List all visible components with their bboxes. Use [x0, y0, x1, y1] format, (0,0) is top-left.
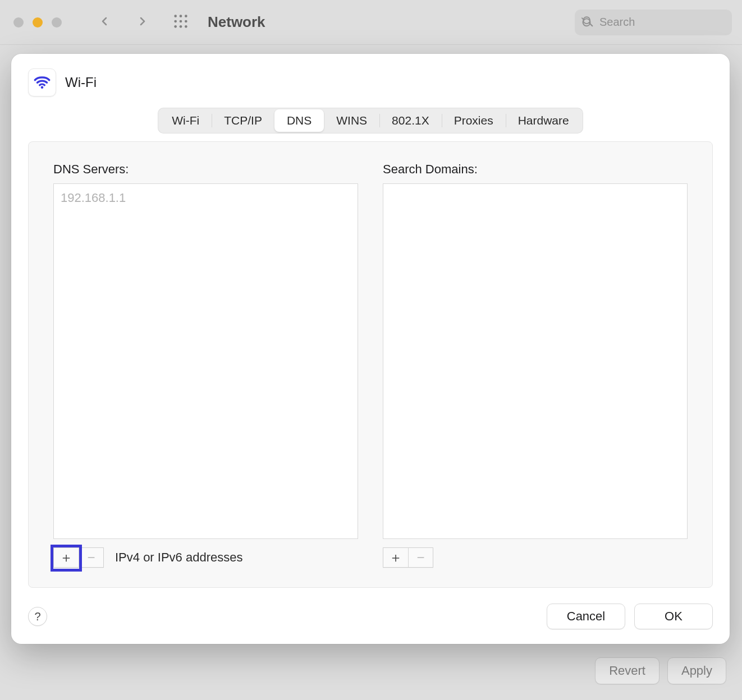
svg-point-0 — [174, 15, 177, 17]
svg-point-11 — [41, 86, 44, 89]
dns-servers-label: DNS Servers: — [53, 162, 358, 177]
minus-icon: − — [416, 550, 424, 565]
help-button[interactable]: ? — [28, 607, 47, 626]
tab-label: DNS — [287, 114, 312, 127]
toolbar: Network Search — [0, 0, 742, 45]
svg-point-6 — [174, 25, 177, 28]
tab-label: TCP/IP — [224, 114, 262, 127]
search-domains-list[interactable] — [383, 183, 688, 539]
search-icon — [581, 15, 599, 30]
svg-point-1 — [180, 15, 182, 17]
add-dns-server-button[interactable]: ＋ — [54, 548, 79, 567]
tab-dns[interactable]: DNS — [274, 109, 324, 132]
search-placeholder: Search — [599, 16, 635, 29]
background-footer: Revert Apply — [595, 657, 726, 684]
wifi-icon — [28, 68, 56, 96]
sheet-footer: ? Cancel OK — [11, 598, 730, 644]
tab-label: Proxies — [454, 114, 493, 127]
list-item[interactable]: 192.168.1.1 — [61, 190, 351, 206]
traffic-lights — [13, 17, 62, 27]
add-search-domain-button[interactable]: ＋ — [383, 548, 408, 567]
tab-label: WINS — [336, 114, 367, 127]
show-all-preferences-button[interactable] — [170, 11, 192, 34]
ok-button[interactable]: OK — [634, 604, 713, 629]
search-domains-label: Search Domains: — [383, 162, 688, 177]
tab-label: Wi-Fi — [172, 114, 199, 127]
dns-panel: DNS Servers: 192.168.1.1 ＋ − IPv4 or IPv… — [28, 141, 713, 588]
chevron-right-icon — [136, 13, 149, 32]
sheet-header: Wi-Fi — [11, 54, 730, 101]
remove-search-domain-button[interactable]: − — [408, 548, 433, 567]
tab-bar: Wi-Fi TCP/IP DNS WINS 802.1X Proxies Har… — [158, 108, 583, 133]
tab-label: Hardware — [518, 114, 569, 127]
apply-button[interactable]: Apply — [667, 657, 726, 684]
back-button[interactable] — [93, 11, 116, 34]
forward-button[interactable] — [131, 11, 154, 34]
cancel-button[interactable]: Cancel — [547, 604, 625, 629]
svg-point-8 — [185, 25, 187, 28]
window-minimize-button[interactable] — [33, 17, 43, 27]
search-domains-column: Search Domains: ＋ − — [383, 162, 688, 570]
tab-wifi[interactable]: Wi-Fi — [159, 109, 212, 132]
minus-icon: − — [87, 550, 95, 565]
window-zoom-button[interactable] — [52, 17, 62, 27]
tab-8021x[interactable]: 802.1X — [379, 109, 442, 132]
window-close-button[interactable] — [13, 17, 24, 27]
revert-button[interactable]: Revert — [595, 657, 659, 684]
panel-title: Wi-Fi — [65, 75, 97, 90]
chevron-left-icon — [98, 13, 111, 32]
grid-icon — [173, 13, 189, 31]
svg-point-2 — [185, 15, 187, 17]
tab-proxies[interactable]: Proxies — [442, 109, 506, 132]
dns-servers-column: DNS Servers: 192.168.1.1 ＋ − IPv4 or IPv… — [53, 162, 358, 570]
remove-dns-server-button[interactable]: − — [79, 548, 103, 567]
window-title: Network — [208, 13, 265, 31]
tab-label: 802.1X — [392, 114, 429, 127]
svg-point-5 — [185, 20, 187, 22]
svg-point-4 — [180, 20, 182, 22]
dns-servers-plusminus: ＋ − — [53, 547, 104, 568]
plus-icon: ＋ — [59, 549, 73, 567]
tab-tcpip[interactable]: TCP/IP — [212, 109, 274, 132]
svg-point-7 — [180, 25, 182, 28]
dns-servers-hint: IPv4 or IPv6 addresses — [115, 550, 242, 565]
advanced-settings-sheet: Wi-Fi Wi-Fi TCP/IP DNS WINS 802.1X Proxi… — [11, 54, 730, 644]
help-icon: ? — [34, 610, 40, 623]
tab-hardware[interactable]: Hardware — [506, 109, 581, 132]
svg-point-3 — [174, 20, 177, 22]
search-field[interactable]: Search — [575, 10, 732, 35]
search-domains-plusminus: ＋ − — [383, 547, 433, 568]
plus-icon: ＋ — [389, 549, 402, 567]
dns-servers-list[interactable]: 192.168.1.1 — [53, 183, 358, 539]
tab-wins[interactable]: WINS — [324, 109, 379, 132]
